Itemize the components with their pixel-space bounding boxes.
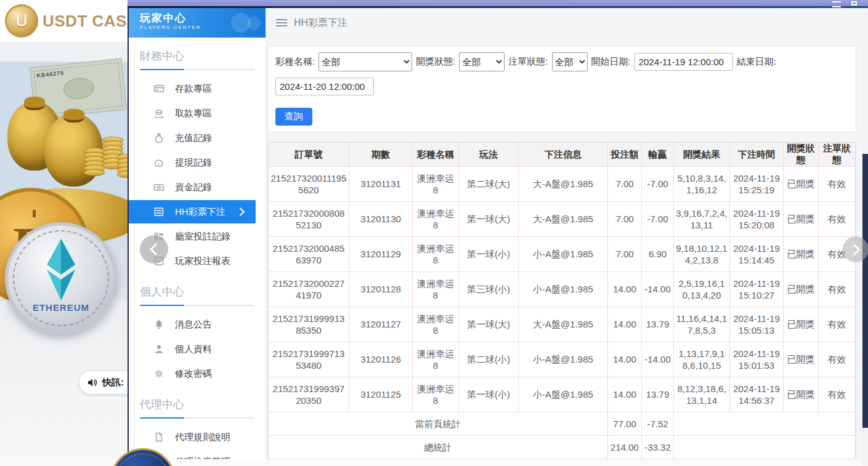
window-maximize-icon[interactable]	[851, 1, 857, 6]
table-row: 215217319997135348031201126澳洲幸运8第二球(小)小-…	[269, 342, 856, 377]
table-cell: 13.79	[642, 307, 674, 342]
table-header-row: 訂單號期數彩種名稱玩法下注信息投注額輸贏開獎結果下注時間開獎狀態注單狀態	[269, 143, 856, 167]
sidebar-item-recharge-records[interactable]: 充值記錄	[129, 126, 266, 150]
table-row: 215217319993972035031201125澳洲幸运8第一球(小)小-…	[269, 377, 856, 412]
table-cell: 14.00	[608, 272, 642, 307]
table-cell: 2152173199971353480	[269, 342, 349, 377]
column-header: 投注額	[608, 143, 642, 167]
withdraw-hand-icon	[153, 108, 164, 119]
sidebar-item-change-password[interactable]: 修改密碼	[129, 361, 266, 386]
summary-winloss-total: -33.32	[642, 436, 674, 459]
table-cell: 2152173200048563970	[269, 237, 349, 272]
table-cell: 有效	[819, 272, 856, 307]
window-bottom-strip	[129, 459, 862, 466]
table-cell: 已開獎	[784, 342, 819, 377]
table-cell: 2024-11-19 14:56:37	[730, 377, 784, 412]
table-cell: 2024-11-19 15:10:27	[730, 272, 784, 307]
table-cell: 澳洲幸运8	[413, 272, 459, 307]
column-header: 開獎狀態	[784, 143, 819, 167]
funds-record-icon	[153, 182, 164, 193]
sidebar-item-funds-records[interactable]: 資金記錄	[129, 175, 266, 199]
menu-toggle-icon[interactable]	[276, 19, 287, 26]
bets-table-panel: 訂單號期數彩種名稱玩法下注信息投注額輸贏開獎結果下注時間開獎狀態注單狀態 215…	[267, 142, 856, 460]
table-cell: 7.00	[608, 202, 642, 237]
table-cell: 澳洲幸运8	[413, 202, 459, 237]
sidebar-item-agent-rules[interactable]: 代理規則說明	[129, 425, 266, 449]
table-cell: 已開獎	[784, 307, 819, 342]
table-cell: 1,13,17,9,18,6,10,15	[674, 342, 730, 377]
content-topbar: HH彩票下注	[266, 8, 862, 38]
collapse-right-button[interactable]	[843, 236, 868, 262]
draw-status-label: 開獎狀態:	[416, 56, 455, 68]
end-date-input[interactable]	[275, 78, 374, 95]
order-status-label: 注單狀態:	[508, 56, 548, 68]
table-cell: 第一球(小)	[459, 377, 519, 412]
summary-label: 總統計	[269, 436, 608, 459]
column-header: 注單狀態	[819, 143, 856, 167]
site-header: U USDT CASINO	[0, 0, 128, 42]
screen: U USDT CASINO KB46275 B	[0, 0, 868, 466]
table-cell: 31201125	[349, 377, 413, 412]
table-cell: -7.00	[642, 167, 674, 202]
summary-empty-cell	[674, 412, 856, 436]
sidebar-item-hh-lottery-bets[interactable]: HH彩票下注	[129, 200, 256, 223]
draw-status-select[interactable]: 全部	[459, 52, 505, 71]
table-cell: 2152173199939720350	[269, 377, 349, 412]
table-cell: 2024-11-19 15:20:08	[730, 202, 784, 237]
table-cell: 2152173200111955620	[269, 167, 349, 202]
window-menu-icon[interactable]	[832, 1, 841, 7]
sidebar-item-label: 玩家投注報表	[175, 255, 230, 267]
table-cell: 8,12,3,18,6,13,1,14	[674, 377, 730, 412]
table-cell: 2024-11-19 15:05:13	[730, 307, 784, 342]
table-cell: 14.00	[608, 342, 642, 377]
table-cell: 31201127	[349, 307, 413, 342]
table-cell: 6.90	[642, 237, 674, 272]
sidebar-item-deposit-area[interactable]: 存款專區	[129, 76, 266, 101]
chevron-right-icon	[236, 207, 245, 216]
background-artwork: KB46275 B ETHEREUM	[0, 42, 128, 466]
table-cell: 已開獎	[784, 377, 819, 412]
table-cell: 有效	[819, 377, 856, 412]
user-icon	[153, 343, 164, 355]
table-cell: 大-A盤@1.985	[519, 307, 608, 342]
main-content: HH彩票下注 彩種名稱: 全部 開獎狀態: 全部 注單狀態: 全部	[266, 8, 862, 466]
page-title: HH彩票下注	[294, 17, 347, 30]
table-cell: 小-A盤@1.985	[519, 272, 608, 307]
table-cell: 2024-11-19 15:14:45	[730, 237, 784, 272]
sidebar-item-cashout-records[interactable]: 提現記錄	[129, 150, 266, 175]
table-cell: 澳洲幸运8	[413, 237, 459, 272]
table-cell: 大-A盤@1.985	[519, 202, 608, 237]
table-cell: 有效	[819, 167, 856, 202]
collapse-left-button[interactable]	[140, 235, 168, 263]
sidebar-item-profile[interactable]: 個人資料	[129, 337, 266, 361]
table-cell: 第一球(大)	[459, 307, 519, 342]
table-cell: 14.00	[608, 307, 642, 342]
sidebar-item-withdraw-area[interactable]: 取款專區	[129, 101, 266, 126]
table-cell: 2152173200080852130	[269, 202, 349, 237]
table-cell: 澳洲幸运8	[413, 167, 459, 202]
order-status-select[interactable]: 全部	[552, 52, 588, 71]
table-row: 215217320002274197031201128澳洲幸运8第三球(小)小-…	[269, 272, 856, 307]
query-button[interactable]: 查詢	[275, 108, 312, 126]
table-cell: 5,10,8,3,14,1,16,12	[674, 167, 730, 202]
gamepad-decoration-icon	[231, 13, 251, 33]
casino-logo-icon[interactable]: U	[5, 4, 38, 38]
table-cell: 31201129	[349, 237, 413, 272]
table-cell: 已開獎	[784, 202, 819, 237]
table-cell: 第一球(大)	[459, 202, 519, 237]
sidebar-item-announcements[interactable]: 消息公告	[129, 312, 266, 337]
table-cell: 有效	[819, 307, 856, 342]
start-date-input[interactable]	[635, 53, 733, 71]
sidebar-item-label: 廳室投註記錄	[175, 231, 230, 243]
deposit-card-icon	[153, 83, 164, 94]
table-row: 215217320011195562031201131澳洲幸运8第二球(大)大-…	[269, 167, 856, 202]
table-cell: 小-A盤@1.985	[519, 342, 608, 377]
sidebar-item-label: 資金記錄	[175, 182, 212, 193]
page-right-edge	[862, 8, 868, 466]
table-cell: 3,9,16,7,2,4,13,11	[674, 202, 730, 237]
table-row: 215217319999138535031201127澳洲幸运8第一球(大)大-…	[269, 307, 856, 342]
sidebar-item-label: 充值記錄	[175, 132, 212, 144]
table-cell: 13.79	[642, 377, 674, 412]
coin-stack-image	[84, 150, 105, 176]
lottery-type-select[interactable]: 全部	[318, 52, 412, 71]
